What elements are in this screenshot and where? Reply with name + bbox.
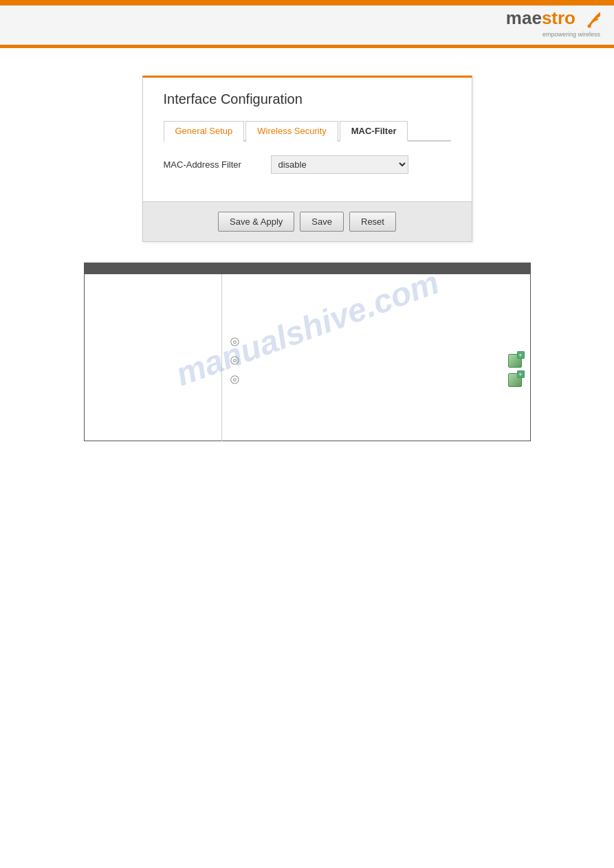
- wifi-row-1: ⦾: [230, 336, 522, 348]
- action-bar: Save & Apply Save Reset: [143, 201, 472, 241]
- add-icon-1[interactable]: +: [508, 354, 522, 368]
- header: maestro empowering wireless: [0, 0, 614, 48]
- add-icon-2[interactable]: +: [508, 373, 522, 387]
- wifi-row-3: ⦾ +: [230, 373, 522, 387]
- config-panel: Interface Configuration General Setup Wi…: [142, 76, 472, 242]
- table-header-col1: [84, 263, 221, 275]
- tabs-bar: General Setup Wireless Security MAC-Filt…: [164, 120, 451, 142]
- config-title: Interface Configuration: [164, 91, 451, 107]
- reset-button[interactable]: Reset: [349, 212, 396, 232]
- svg-point-0: [588, 24, 591, 27]
- table-cell-left: [84, 274, 221, 441]
- save-apply-button[interactable]: Save & Apply: [218, 212, 294, 232]
- table-row: ⦾ ⦾ + ⦾: [84, 274, 530, 441]
- wifi-signal-icon-2: ⦾: [230, 355, 239, 367]
- table-cell-right: ⦾ ⦾ + ⦾: [221, 274, 530, 441]
- logo-area: maestro empowering wireless: [506, 7, 600, 38]
- tab-wireless-security[interactable]: Wireless Security: [245, 121, 338, 142]
- orange-accent-bar: [0, 0, 614, 5]
- table-header-col2: [221, 263, 530, 275]
- config-panel-inner: Interface Configuration General Setup Wi…: [143, 78, 472, 201]
- tab-general-setup[interactable]: General Setup: [164, 121, 245, 142]
- mac-filter-label: MAC-Address Filter: [164, 159, 260, 170]
- add-icon-plus-2: +: [517, 370, 525, 378]
- wifi-signal-icon-3: ⦾: [230, 374, 239, 386]
- add-icon-plus-1: +: [517, 351, 525, 359]
- logo-wordmark: maestro: [506, 8, 575, 28]
- main-content: Interface Configuration General Setup Wi…: [0, 48, 614, 469]
- logo-wifi-icon: [577, 7, 600, 30]
- logo-text: maestro empowering wireless: [506, 7, 600, 38]
- info-table: ⦾ ⦾ + ⦾: [84, 263, 531, 441]
- logo-tagline: empowering wireless: [506, 32, 600, 38]
- save-button[interactable]: Save: [300, 212, 344, 232]
- wifi-row-2: ⦾ +: [230, 354, 522, 368]
- wifi-signal-icon-1: ⦾: [230, 336, 239, 348]
- mac-filter-row: MAC-Address Filter disable allow deny: [164, 155, 451, 174]
- mac-filter-select[interactable]: disable allow deny: [271, 155, 408, 174]
- tab-mac-filter[interactable]: MAC-Filter: [340, 121, 408, 142]
